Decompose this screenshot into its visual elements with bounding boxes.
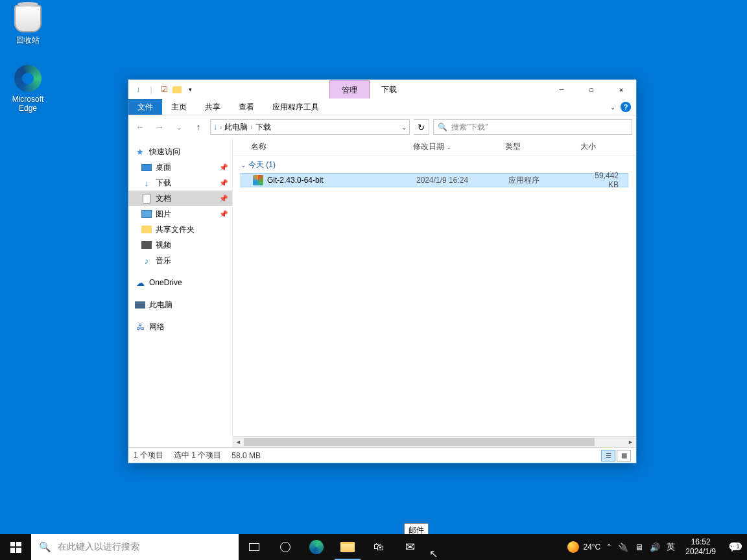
clock[interactable]: 16:52 2024/1/9 (682, 537, 720, 557)
nav-up-button[interactable]: ↑ (191, 119, 206, 135)
nav-shared-folder[interactable]: 共享文件夹 (128, 222, 232, 237)
taskbar-app-mail[interactable]: ✉ (394, 534, 425, 560)
ribbon-expand-icon[interactable]: ⌄ (610, 104, 615, 111)
properties-icon[interactable]: ☑ (158, 84, 170, 95)
nav-onedrive[interactable]: ☁OneDrive (128, 275, 232, 290)
group-header-today[interactable]: ⌄ 今天 (1) (235, 157, 634, 173)
navigation-pane[interactable]: ★快速访问 桌面📌 ↓下载📌 文档📌 图片📌 共享文件夹 视频 ♪音乐 ☁One… (128, 139, 232, 447)
ribbon-tabs: 文件 主页 共享 查看 应用程序工具 ⌄ ? (128, 99, 636, 115)
nav-back-button[interactable]: ← (132, 119, 148, 135)
nav-recent-dropdown[interactable]: ⌄ (171, 119, 187, 135)
ribbon-tab-home[interactable]: 主页 (162, 99, 196, 115)
ribbon-tab-view[interactable]: 查看 (230, 99, 263, 115)
column-name[interactable]: 名称 (233, 141, 408, 152)
pictures-icon (141, 209, 152, 219)
power-icon[interactable]: 🔌 (618, 542, 628, 552)
scroll-right-icon[interactable]: ► (625, 437, 636, 448)
column-headers: 名称 修改日期⌄ 类型 大小 (233, 139, 636, 156)
breadcrumb-this-pc[interactable]: 此电脑 (224, 122, 248, 133)
ribbon-tab-app-tools[interactable]: 应用程序工具 (263, 99, 328, 115)
tray-overflow-icon[interactable]: ˄ (607, 542, 611, 552)
pin-icon: 📌 (219, 210, 228, 218)
taskbar: 🔍 在此键入以进行搜索 🛍 ✉ 24°C ˄ 🔌 🖥 🔊 英 16:52 202… (0, 534, 747, 560)
folder-icon[interactable]: ↓ (132, 84, 144, 95)
taskbar-search-input[interactable]: 🔍 在此键入以进行搜索 (31, 534, 239, 560)
ribbon-tab-share[interactable]: 共享 (196, 99, 230, 115)
file-row[interactable]: Git-2.43.0-64-bit 2024/1/9 16:24 应用程序 59… (241, 173, 628, 187)
maximize-button[interactable]: ☐ (576, 80, 606, 99)
recycle-bin[interactable]: 回收站 (4, 5, 52, 46)
music-icon: ♪ (141, 255, 152, 266)
ribbon-tab-file[interactable]: 文件 (128, 99, 162, 115)
new-folder-icon[interactable] (171, 84, 183, 95)
store-icon: 🛍 (374, 541, 384, 553)
nav-desktop[interactable]: 桌面📌 (128, 159, 232, 175)
clock-time: 16:52 (685, 537, 716, 547)
column-size[interactable]: 大小 (575, 141, 636, 152)
onedrive-icon: ☁ (135, 277, 145, 288)
address-dropdown-icon[interactable]: ⌄ (401, 124, 407, 131)
breadcrumb-separator[interactable]: › (220, 124, 222, 131)
nav-forward-button: → (152, 119, 167, 135)
contextual-tab-manage[interactable]: 管理 (329, 80, 370, 99)
file-explorer-window: ↓ | ☑ ▾ 管理 下载 ─ ☐ ✕ 文件 主页 共享 查看 应用程序工具 ⌄… (128, 79, 637, 463)
edge-icon (14, 65, 42, 92)
minimize-button[interactable]: ─ (547, 80, 576, 99)
breadcrumb-separator[interactable]: › (250, 124, 252, 131)
cortana-icon (280, 542, 290, 552)
thumbnails-view-button[interactable]: ▦ (617, 450, 631, 461)
breadcrumb-downloads[interactable]: 下载 (255, 122, 271, 133)
edge-label: Microsoft Edge (4, 95, 52, 113)
volume-icon[interactable]: 🔊 (650, 542, 660, 552)
task-view-icon (249, 543, 259, 551)
nav-quick-access[interactable]: ★快速访问 (128, 144, 232, 159)
scroll-thumb[interactable] (244, 438, 595, 446)
file-size: 59,442 KB (578, 171, 628, 189)
nav-downloads[interactable]: ↓下载📌 (128, 175, 232, 191)
column-date[interactable]: 修改日期⌄ (408, 141, 500, 152)
status-selected-size: 58.0 MB (231, 451, 261, 460)
taskbar-app-store[interactable]: 🛍 (363, 534, 394, 560)
search-icon: 🔍 (39, 541, 51, 553)
search-placeholder: 搜索"下载" (451, 122, 488, 133)
file-list[interactable]: ⌄ 今天 (1) Git-2.43.0-64-bit 2024/1/9 16:2… (233, 156, 636, 436)
videos-icon (141, 240, 152, 250)
nav-music[interactable]: ♪音乐 (128, 253, 232, 268)
taskbar-app-explorer[interactable] (332, 534, 363, 560)
recycle-bin-label: 回收站 (4, 35, 52, 46)
nav-videos[interactable]: 视频 (128, 237, 232, 253)
taskbar-app-edge[interactable] (301, 534, 332, 560)
start-button[interactable] (0, 534, 31, 560)
nav-pictures[interactable]: 图片📌 (128, 206, 232, 222)
nav-network[interactable]: 🖧网络 (128, 319, 232, 334)
recycle-bin-icon (14, 5, 42, 32)
nav-documents[interactable]: 文档📌 (128, 191, 232, 206)
scroll-left-icon[interactable]: ◄ (233, 437, 244, 448)
nav-this-pc[interactable]: 此电脑 (128, 297, 232, 312)
help-icon[interactable]: ? (621, 102, 631, 112)
edge-icon (309, 540, 324, 554)
microsoft-edge[interactable]: Microsoft Edge (4, 65, 52, 113)
details-view-button[interactable]: ☰ (601, 450, 615, 461)
network-icon[interactable]: 🖥 (635, 542, 643, 552)
refresh-button[interactable]: ↻ (414, 119, 429, 135)
cortana-button[interactable] (270, 534, 301, 560)
address-bar-row: ← → ⌄ ↑ ↓ › 此电脑 › 下载 ⌄ ↻ 🔍 搜索"下载" (128, 115, 636, 139)
pin-icon: 📌 (219, 163, 228, 172)
address-bar[interactable]: ↓ › 此电脑 › 下载 ⌄ (210, 119, 410, 135)
weather-temp: 24°C (583, 542, 600, 552)
desktop-icon (141, 162, 152, 172)
ime-indicator[interactable]: 英 (667, 541, 675, 553)
file-list-pane: 名称 修改日期⌄ 类型 大小 ⌄ 今天 (1) Git-2.43.0-64-bi… (232, 139, 636, 447)
horizontal-scrollbar[interactable]: ◄ ► (233, 436, 636, 447)
column-type[interactable]: 类型 (500, 141, 575, 152)
customize-qat-icon[interactable]: ▾ (184, 84, 196, 95)
status-item-count: 1 个项目 (134, 450, 163, 461)
close-button[interactable]: ✕ (606, 80, 636, 99)
search-input[interactable]: 🔍 搜索"下载" (433, 119, 632, 135)
weather-widget[interactable]: 24°C (567, 541, 600, 553)
action-center-button[interactable]: 💬 1 (726, 541, 742, 553)
task-view-button[interactable] (239, 534, 270, 560)
titlebar[interactable]: ↓ | ☑ ▾ 管理 下载 ─ ☐ ✕ (128, 80, 636, 99)
window-title: 下载 (370, 80, 409, 99)
